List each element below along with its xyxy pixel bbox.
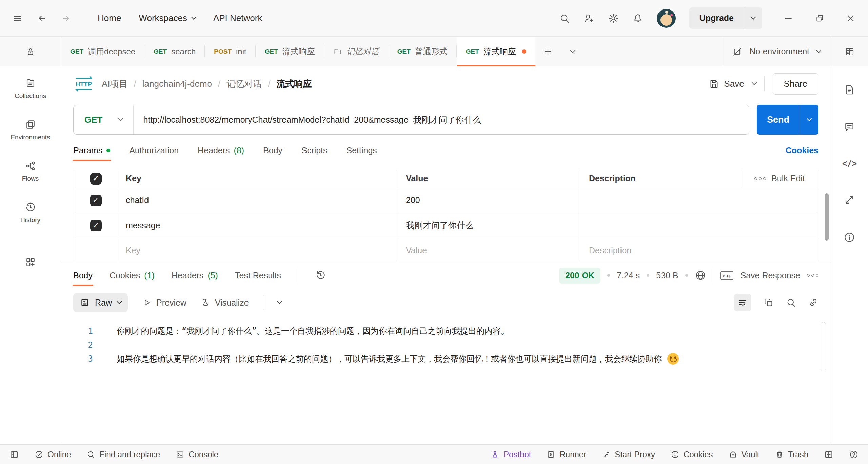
response-scrollbar-track[interactable] xyxy=(821,322,826,371)
select-all-checkbox[interactable]: ✓ xyxy=(90,173,102,185)
save-dropdown[interactable] xyxy=(752,83,756,84)
folder-tab[interactable]: 记忆对话 xyxy=(324,37,388,66)
notifications-bell-icon[interactable] xyxy=(632,13,643,24)
upgrade-dropdown[interactable] xyxy=(744,7,762,29)
view-mode-visualize[interactable]: Visualize xyxy=(201,298,249,308)
params-scrollbar-thumb[interactable] xyxy=(825,193,829,241)
online-status[interactable]: Online xyxy=(35,450,71,459)
nav-api-network[interactable]: API Network xyxy=(213,13,262,23)
response-size[interactable]: 530 B xyxy=(656,271,678,281)
invite-user-icon[interactable] xyxy=(584,13,594,24)
sidebar-item-history[interactable]: History xyxy=(0,201,61,243)
status-badge[interactable]: 200 OK xyxy=(559,268,600,284)
settings-gear-icon[interactable] xyxy=(608,13,619,24)
close-window-button[interactable] xyxy=(846,13,856,23)
search-icon[interactable] xyxy=(559,13,570,24)
trash-button[interactable]: Trash xyxy=(775,450,808,459)
param-description-placeholder[interactable]: Description xyxy=(580,238,818,262)
code-snippet-button[interactable]: </> xyxy=(842,159,857,168)
bulk-edit-button[interactable]: Bulk Edit xyxy=(741,170,818,188)
tab-authorization[interactable]: Authorization xyxy=(129,146,179,155)
help-button[interactable] xyxy=(849,450,859,459)
environment-quick-look[interactable] xyxy=(831,37,868,66)
forward-arrow-icon[interactable] xyxy=(61,13,71,23)
param-value[interactable]: 200 xyxy=(397,188,580,213)
breadcrumb-item[interactable]: AI项目 xyxy=(102,78,128,90)
hamburger-menu-icon[interactable] xyxy=(12,13,22,23)
network-globe-icon[interactable] xyxy=(695,270,706,281)
link-button[interactable] xyxy=(808,297,818,308)
url-input[interactable]: http://localhost:8082/memoryChat/streamM… xyxy=(134,114,490,125)
method-selector[interactable]: GET xyxy=(74,115,133,125)
avatar[interactable] xyxy=(657,9,676,28)
request-tab-active[interactable]: GET 流式响应 xyxy=(457,37,535,66)
nav-workspaces[interactable]: Workspaces xyxy=(139,13,196,23)
workspace-lock[interactable] xyxy=(0,37,61,66)
param-value-placeholder[interactable]: Value xyxy=(397,238,580,262)
resize-arrows-button[interactable] xyxy=(844,194,855,206)
breadcrumb-item[interactable]: langchain4j-demo xyxy=(142,79,212,89)
sidebar-item-environments[interactable]: Environments xyxy=(0,119,61,160)
environment-selector[interactable]: No environment xyxy=(722,37,831,66)
upgrade-label[interactable]: Upgrade xyxy=(689,7,744,29)
toggle-sidebar-button[interactable] xyxy=(9,450,19,459)
param-checkbox[interactable]: ✓ xyxy=(90,220,102,231)
breadcrumb-item[interactable]: 记忆对话 xyxy=(226,78,262,90)
share-button[interactable]: Share xyxy=(773,73,818,95)
sidebar-item-collections[interactable]: Collections xyxy=(0,77,61,119)
request-tab[interactable]: GET search xyxy=(144,37,205,66)
param-checkbox[interactable]: ✓ xyxy=(90,195,102,206)
response-tab-headers[interactable]: Headers (5) xyxy=(172,271,218,281)
param-description[interactable] xyxy=(580,213,818,238)
tab-params[interactable]: Params xyxy=(73,146,110,155)
param-value[interactable]: 我刚才问了你什么 xyxy=(397,213,580,238)
request-tab[interactable]: POST init xyxy=(205,37,255,66)
param-key-placeholder[interactable]: Key xyxy=(117,238,397,262)
vault-button[interactable]: Vault xyxy=(729,450,760,459)
tab-body[interactable]: Body xyxy=(263,146,282,155)
response-tab-body[interactable]: Body xyxy=(73,271,93,281)
param-key[interactable]: message xyxy=(117,213,397,238)
response-body[interactable]: 1 你刚才的问题是：“我刚才问了你什么”。这是一个自我指涉的问题，因为你在询问自… xyxy=(61,316,831,444)
search-response-button[interactable] xyxy=(786,297,796,308)
param-key[interactable]: chatId xyxy=(117,188,397,213)
info-button[interactable] xyxy=(843,231,855,244)
send-label[interactable]: Send xyxy=(757,105,800,135)
send-options-dropdown[interactable] xyxy=(800,105,818,135)
request-title[interactable]: 流式响应 xyxy=(277,78,312,90)
configure-sidebar-button[interactable] xyxy=(0,256,61,298)
save-button[interactable]: Save xyxy=(709,79,744,89)
save-response-button[interactable]: Save Response xyxy=(740,271,800,281)
request-tab[interactable]: GET 流式响应 xyxy=(256,37,324,66)
tab-headers[interactable]: Headers (8) xyxy=(198,146,244,155)
response-more-options-icon[interactable] xyxy=(807,274,818,277)
split-panel-button[interactable] xyxy=(824,450,833,459)
minimize-button[interactable] xyxy=(783,13,793,23)
copy-button[interactable] xyxy=(764,297,774,308)
postbot-button[interactable]: Postbot xyxy=(491,450,531,459)
param-description[interactable] xyxy=(580,188,818,213)
response-time[interactable]: 7.24 s xyxy=(617,271,640,281)
response-history-icon[interactable] xyxy=(315,270,326,281)
start-proxy-button[interactable]: Start Proxy xyxy=(602,450,655,459)
response-tab-cookies[interactable]: Cookies (1) xyxy=(110,271,155,281)
cookies-button[interactable]: Cookies xyxy=(671,450,713,459)
cookies-link[interactable]: Cookies xyxy=(786,146,818,155)
sidebar-item-flows[interactable]: Flows xyxy=(0,160,61,201)
tab-settings[interactable]: Settings xyxy=(347,146,377,155)
tab-list-dropdown[interactable] xyxy=(560,37,586,66)
new-tab-button[interactable] xyxy=(535,37,560,66)
view-mode-preview[interactable]: Preview xyxy=(142,298,186,308)
wrap-text-button[interactable] xyxy=(734,294,751,311)
tab-scripts[interactable]: Scripts xyxy=(301,146,327,155)
upgrade-button[interactable]: Upgrade xyxy=(689,7,762,29)
runner-button[interactable]: Runner xyxy=(547,450,586,459)
back-arrow-icon[interactable] xyxy=(37,13,47,23)
console-button[interactable]: Console xyxy=(176,450,218,459)
response-tab-test-results[interactable]: Test Results xyxy=(235,271,281,281)
request-tab[interactable]: GET 普通形式 xyxy=(388,37,457,66)
send-button[interactable]: Send xyxy=(757,105,818,135)
documentation-button[interactable] xyxy=(844,84,855,96)
nav-home[interactable]: Home xyxy=(98,13,121,23)
view-mode-raw[interactable]: Raw xyxy=(73,293,128,312)
